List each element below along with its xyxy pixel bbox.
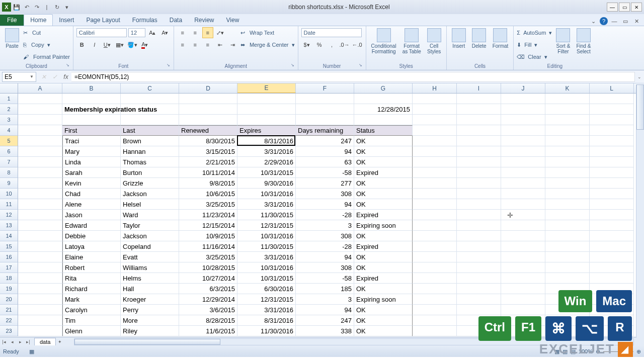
minimize-ribbon-icon[interactable]: ⌄ <box>589 17 598 26</box>
cell[interactable]: OK <box>354 262 413 273</box>
select-all-corner[interactable] <box>0 83 18 93</box>
cell[interactable]: 10/28/2015 <box>179 262 237 273</box>
cell[interactable] <box>18 210 62 220</box>
cell[interactable]: OK <box>354 252 413 262</box>
cell[interactable]: 12/29/2014 <box>179 294 237 305</box>
row-header[interactable]: 8 <box>0 167 18 178</box>
sort-filter-button[interactable]: Sort & Filter <box>554 27 572 55</box>
cell[interactable]: 63 <box>296 157 354 167</box>
cell[interactable] <box>413 146 457 157</box>
sheet-nav-first[interactable]: |◂ <box>0 339 8 344</box>
cell[interactable]: 94 <box>296 146 354 157</box>
cut-button[interactable]: ✂ Cut <box>23 27 70 38</box>
cell[interactable] <box>179 115 237 125</box>
cell[interactable] <box>590 241 634 252</box>
cell[interactable]: 2/21/2015 <box>179 157 237 167</box>
cell[interactable] <box>413 220 457 231</box>
wrap-text-button[interactable]: ↩ Wrap Text <box>240 27 295 38</box>
cell[interactable]: OK <box>354 284 413 294</box>
cell[interactable] <box>18 220 62 231</box>
cell[interactable]: 308 <box>296 189 354 199</box>
cell[interactable] <box>590 157 634 167</box>
cell[interactable]: 9/30/2016 <box>237 178 296 189</box>
cell[interactable]: 6/30/2016 <box>237 284 296 294</box>
column-header-B[interactable]: B <box>62 83 121 93</box>
fill-color-button[interactable]: 🪣▾ <box>127 39 138 50</box>
tab-data[interactable]: Data <box>164 15 188 26</box>
cell[interactable]: 10/31/2015 <box>237 167 296 178</box>
cell[interactable] <box>413 284 457 294</box>
cell[interactable] <box>501 241 545 252</box>
cell[interactable] <box>18 94 62 104</box>
align-center-button[interactable]: ≡ <box>190 39 201 50</box>
cell[interactable]: Richard <box>62 284 121 294</box>
cell[interactable]: OK <box>354 305 413 315</box>
cell[interactable]: 3/25/2015 <box>179 252 237 262</box>
cell[interactable] <box>501 146 545 157</box>
cell[interactable]: First <box>62 125 121 136</box>
cell[interactable] <box>413 125 457 136</box>
cell[interactable] <box>545 273 590 284</box>
cell[interactable]: 2/29/2016 <box>237 157 296 167</box>
row-header[interactable]: 15 <box>0 241 18 252</box>
cell[interactable] <box>413 294 457 305</box>
cell[interactable] <box>545 104 590 115</box>
cell[interactable]: Rita <box>62 273 121 284</box>
cell[interactable] <box>413 305 457 315</box>
cell[interactable] <box>18 262 62 273</box>
column-header-K[interactable]: K <box>545 83 590 93</box>
cell[interactable]: Expires <box>237 125 296 136</box>
find-select-button[interactable]: Find & Select <box>574 27 593 55</box>
cell[interactable] <box>545 94 590 104</box>
cell[interactable] <box>413 157 457 167</box>
row-header[interactable]: 19 <box>0 284 18 294</box>
cell[interactable] <box>590 94 634 104</box>
new-sheet-button[interactable]: ✦ <box>56 339 64 344</box>
row-header[interactable]: 1 <box>0 94 18 104</box>
cell[interactable] <box>457 104 501 115</box>
cell[interactable]: 11/30/2015 <box>237 210 296 220</box>
enter-formula-icon[interactable]: ✓ <box>49 73 60 80</box>
maximize-button[interactable]: ▭ <box>619 3 630 12</box>
cell[interactable] <box>545 125 590 136</box>
name-box-dropdown-icon[interactable]: ▼ <box>30 74 34 79</box>
cell[interactable]: 10/31/2016 <box>237 231 296 241</box>
cell[interactable] <box>413 231 457 241</box>
fill-button[interactable]: ⬇ Fill ▾ <box>517 39 552 50</box>
cell[interactable]: Sarah <box>62 167 121 178</box>
cell[interactable] <box>501 94 545 104</box>
cell[interactable]: Jason <box>62 210 121 220</box>
cell[interactable]: Expired <box>354 167 413 178</box>
cell[interactable]: OK <box>354 178 413 189</box>
vertical-scrollbar[interactable] <box>636 84 644 338</box>
cell[interactable]: 6/3/2015 <box>179 284 237 294</box>
clipboard-dialog-launcher[interactable]: ↘ <box>66 63 72 69</box>
cell[interactable] <box>413 210 457 220</box>
row-header[interactable]: 2 <box>0 104 18 115</box>
row-header[interactable]: 22 <box>0 315 18 326</box>
row-header[interactable]: 5 <box>0 136 18 146</box>
row-header[interactable]: 14 <box>0 231 18 241</box>
row-header[interactable]: 11 <box>0 199 18 210</box>
row-header[interactable]: 12 <box>0 210 18 220</box>
workbook-minimize-icon[interactable]: — <box>610 17 619 26</box>
cell[interactable] <box>457 136 501 146</box>
cell[interactable]: 185 <box>296 284 354 294</box>
column-header-A[interactable]: A <box>18 83 62 93</box>
shrink-font-button[interactable]: A▾ <box>159 27 171 38</box>
cell[interactable] <box>590 178 634 189</box>
cell[interactable] <box>590 104 634 115</box>
cell[interactable]: Debbie <box>62 231 121 241</box>
row-header[interactable]: 3 <box>0 115 18 125</box>
increase-indent-button[interactable]: ⇥ <box>227 39 238 50</box>
row-header[interactable]: 10 <box>0 189 18 199</box>
cell[interactable]: Thomas <box>121 157 179 167</box>
align-right-button[interactable]: ≡ <box>202 39 213 50</box>
cell[interactable]: 3 <box>296 220 354 231</box>
cell[interactable]: Kroeger <box>121 294 179 305</box>
cell[interactable] <box>121 104 179 115</box>
cell[interactable] <box>18 178 62 189</box>
row-header[interactable]: 23 <box>0 326 18 336</box>
cell[interactable] <box>18 115 62 125</box>
row-header[interactable]: 18 <box>0 273 18 284</box>
